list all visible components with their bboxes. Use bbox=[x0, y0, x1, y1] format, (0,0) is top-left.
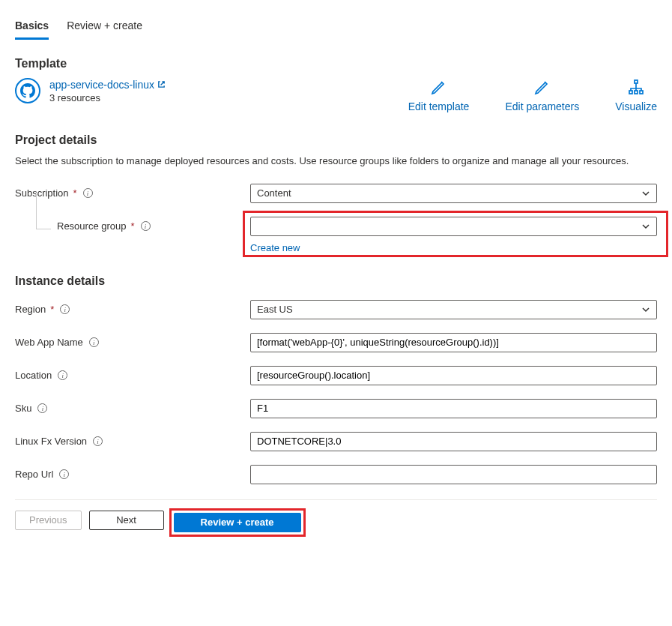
webapp-name-label: Web App Name i bbox=[15, 337, 250, 348]
info-icon[interactable]: i bbox=[59, 469, 69, 479]
project-details-heading: Project details bbox=[15, 133, 657, 147]
info-icon[interactable]: i bbox=[83, 188, 93, 198]
edit-template-label: Edit template bbox=[408, 100, 470, 112]
hierarchy-icon bbox=[627, 78, 645, 96]
subscription-value: Content bbox=[257, 187, 291, 199]
chevron-down-icon bbox=[641, 189, 650, 198]
instance-details-heading: Instance details bbox=[15, 274, 657, 288]
template-resource-count: 3 resources bbox=[49, 92, 166, 103]
visualize-label: Visualize bbox=[615, 100, 657, 112]
template-row: app-service-docs-linux 3 resources Edit … bbox=[15, 78, 657, 112]
linuxfx-label-text: Linux Fx Version bbox=[15, 436, 87, 447]
template-link[interactable]: app-service-docs-linux bbox=[49, 79, 166, 91]
info-icon[interactable]: i bbox=[141, 221, 151, 231]
svg-rect-1 bbox=[629, 91, 632, 94]
create-new-link[interactable]: Create new bbox=[250, 242, 300, 253]
required-star: * bbox=[50, 304, 54, 315]
info-icon[interactable]: i bbox=[60, 304, 70, 314]
edit-parameters-label: Edit parameters bbox=[505, 100, 579, 112]
template-link-text: app-service-docs-linux bbox=[49, 79, 154, 91]
repourl-input[interactable] bbox=[257, 469, 650, 480]
pencil-icon bbox=[430, 78, 448, 96]
edit-template-action[interactable]: Edit template bbox=[408, 78, 470, 112]
region-select[interactable]: East US bbox=[250, 300, 657, 319]
linuxfx-label: Linux Fx Version i bbox=[15, 436, 250, 447]
sku-input-wrapper bbox=[250, 399, 657, 418]
repourl-label: Repo Url i bbox=[15, 469, 250, 480]
project-details-description: Select the subscription to manage deploy… bbox=[15, 154, 657, 169]
webapp-name-input-wrapper bbox=[250, 333, 657, 352]
webapp-name-input[interactable] bbox=[257, 337, 650, 348]
chevron-down-icon bbox=[641, 222, 650, 231]
info-icon[interactable]: i bbox=[58, 370, 67, 380]
resource-group-label: Resource group * i bbox=[15, 220, 250, 232]
github-icon bbox=[15, 78, 40, 103]
footer-bar: Previous Next Review + create bbox=[15, 499, 657, 535]
sku-input[interactable] bbox=[257, 403, 650, 414]
previous-button[interactable]: Previous bbox=[15, 511, 82, 530]
location-input-wrapper bbox=[250, 366, 657, 385]
sku-label: Sku i bbox=[15, 403, 250, 414]
region-label: Region * i bbox=[15, 304, 250, 315]
info-icon[interactable]: i bbox=[89, 337, 99, 347]
chevron-down-icon bbox=[641, 305, 650, 314]
webapp-name-label-text: Web App Name bbox=[15, 337, 83, 348]
tab-basics[interactable]: Basics bbox=[15, 19, 49, 40]
visualize-action[interactable]: Visualize bbox=[615, 78, 657, 112]
external-link-icon bbox=[157, 80, 166, 88]
next-button[interactable]: Next bbox=[89, 511, 164, 530]
tab-review-create[interactable]: Review + create bbox=[67, 19, 142, 40]
region-value: East US bbox=[257, 304, 293, 315]
svg-rect-2 bbox=[635, 91, 638, 94]
svg-rect-3 bbox=[640, 91, 643, 94]
svg-rect-0 bbox=[635, 80, 638, 83]
pencil-icon bbox=[533, 78, 551, 96]
location-label-text: Location bbox=[15, 370, 52, 381]
info-icon[interactable]: i bbox=[93, 436, 103, 446]
sku-label-text: Sku bbox=[15, 403, 31, 414]
review-create-button[interactable]: Review + create bbox=[174, 513, 301, 532]
subscription-select[interactable]: Content bbox=[250, 184, 657, 203]
resource-group-label-text: Resource group bbox=[57, 220, 127, 232]
repourl-label-text: Repo Url bbox=[15, 469, 53, 480]
repourl-input-wrapper bbox=[250, 465, 657, 484]
resource-group-select[interactable] bbox=[250, 217, 657, 236]
info-icon[interactable]: i bbox=[37, 403, 47, 413]
template-heading: Template bbox=[15, 57, 657, 70]
linuxfx-input-wrapper bbox=[250, 432, 657, 451]
location-input[interactable] bbox=[257, 370, 650, 381]
required-star: * bbox=[73, 187, 77, 199]
required-star: * bbox=[131, 220, 135, 232]
edit-parameters-action[interactable]: Edit parameters bbox=[505, 78, 579, 112]
region-label-text: Region bbox=[15, 304, 46, 315]
location-label: Location i bbox=[15, 370, 250, 381]
tab-bar: Basics Review + create bbox=[15, 0, 657, 40]
linuxfx-input[interactable] bbox=[257, 436, 650, 447]
